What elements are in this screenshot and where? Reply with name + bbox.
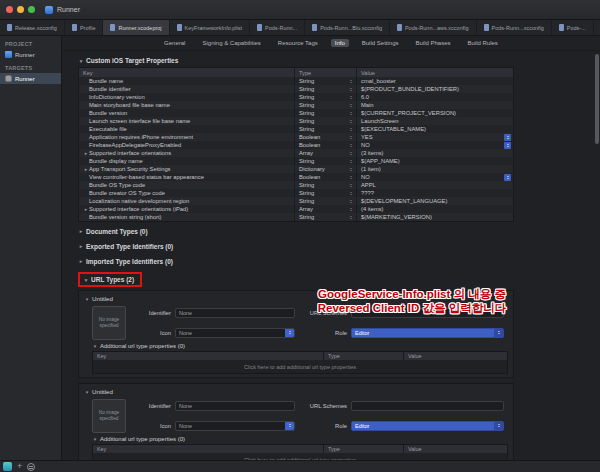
editor-tab-signing-capabilities[interactable]: Signing & Capabilities (198, 39, 264, 47)
plist-value[interactable]: NO (356, 141, 513, 149)
editor-tab-resource-tags[interactable]: Resource Tags (274, 39, 322, 47)
role-popup[interactable]: Editor (351, 421, 504, 431)
disclosure-open-icon[interactable]: ▾ (84, 296, 90, 302)
plist-type[interactable]: String (294, 93, 356, 101)
type-stepper-icon[interactable] (347, 119, 354, 124)
plist-row[interactable]: Application requires iPhone environmentB… (79, 133, 513, 141)
plist-row[interactable]: ▸App Transport Security SettingsDictiona… (79, 165, 513, 173)
value-popup-icon[interactable] (504, 134, 511, 141)
type-stepper-icon[interactable] (347, 151, 354, 156)
disclosure-closed-icon[interactable]: ▸ (78, 228, 84, 234)
additional-props-header[interactable]: ▾ Additional url type properties (0) (92, 436, 508, 442)
plist-type[interactable]: Boolean (294, 133, 356, 141)
doc-tab[interactable]: Pods-Runn...xcconfig (477, 20, 552, 35)
custom-props-section-header[interactable]: ▾ Custom iOS Target Properties (78, 54, 600, 67)
plist-value[interactable]: $(MARKETING_VERSION) (356, 213, 513, 221)
type-stepper-icon[interactable] (347, 103, 354, 108)
plist-row[interactable]: Executable fileString$(EXECUTABLE_NAME) (79, 125, 513, 133)
add-property-row[interactable]: Click here to add additional url type pr… (93, 453, 507, 460)
plist-row[interactable]: Launch screen interface file base nameSt… (79, 117, 513, 125)
icon-popup[interactable]: None (175, 421, 295, 431)
type-stepper-icon[interactable] (347, 143, 354, 148)
plist-value[interactable]: (3 items) (356, 149, 513, 157)
plist-value[interactable]: Main (356, 101, 513, 109)
plist-row[interactable]: Bundle nameStringcmal_booster (79, 77, 513, 85)
plist-type[interactable]: String (294, 125, 356, 133)
url-types-section-header[interactable]: ▾ URL Types (2) (78, 272, 142, 287)
plist-value[interactable]: (1 item) (356, 165, 513, 173)
minimize-window-button[interactable] (17, 6, 24, 13)
plist-type[interactable]: String (294, 157, 356, 165)
doc-tab[interactable]: KeyFrameworkInfo.plist (170, 20, 250, 35)
plist-value[interactable]: $(CURRENT_PROJECT_VERSION) (356, 109, 513, 117)
type-stepper-icon[interactable] (347, 215, 354, 220)
section-header-document-types-0-[interactable]: ▸Document Types (0) (78, 225, 600, 237)
disclosure-open-icon[interactable]: ▾ (92, 343, 98, 349)
plist-row[interactable]: Bundle display nameString$(APP_NAME) (79, 157, 513, 165)
filter-icon[interactable] (27, 463, 35, 471)
sidebar-item-project-runner[interactable]: Runner (0, 49, 61, 60)
plist-type[interactable]: String (294, 77, 356, 85)
plist-value[interactable]: $(EXECUTABLE_NAME) (356, 125, 513, 133)
plist-row[interactable]: Localization native development regionSt… (79, 197, 513, 205)
add-property-row[interactable]: Click here to add additional url type pr… (93, 360, 507, 373)
plist-value[interactable]: YES (356, 133, 513, 141)
plist-row[interactable]: Main storyboard file base nameStringMain (79, 101, 513, 109)
plist-row[interactable]: Bundle identifierString$(PRODUCT_BUNDLE_… (79, 85, 513, 93)
close-window-button[interactable] (6, 6, 13, 13)
type-stepper-icon[interactable] (347, 135, 354, 140)
plist-row[interactable]: ▸Supported interface orientationsArray(3… (79, 149, 513, 157)
type-stepper-icon[interactable] (347, 111, 354, 116)
plist-value[interactable]: 6.0 (356, 93, 513, 101)
plist-type[interactable]: String (294, 109, 356, 117)
icon-popup[interactable]: None (175, 328, 295, 338)
disclosure-open-icon[interactable]: ▾ (83, 277, 89, 283)
type-stepper-icon[interactable] (347, 167, 354, 172)
plist-value[interactable]: APPL (356, 181, 513, 189)
disclosure-open-icon[interactable]: ▾ (84, 389, 90, 395)
role-popup[interactable]: Editor (351, 328, 504, 338)
plist-row[interactable]: View controller-based status bar appeara… (79, 173, 513, 181)
disclosure-open-icon[interactable]: ▾ (92, 436, 98, 442)
identifier-field[interactable]: None (175, 401, 295, 411)
type-stepper-icon[interactable] (347, 95, 354, 100)
sidebar-item-target-runner[interactable]: Runner (0, 73, 61, 84)
editor-tab-build-settings[interactable]: Build Settings (358, 39, 403, 47)
doc-tab[interactable]: Pods-Runn... (250, 20, 305, 35)
plist-row[interactable]: ▸Supported interface orientations (iPad)… (79, 205, 513, 213)
plist-value[interactable]: $(APP_NAME) (356, 157, 513, 165)
plist-value[interactable]: NO (356, 173, 513, 181)
doc-tab[interactable]: Profile (65, 20, 104, 35)
plist-row[interactable]: Bundle OS Type codeStringAPPL (79, 181, 513, 189)
editor-tab-build-rules[interactable]: Build Rules (464, 39, 502, 47)
section-header-imported-type-identifiers-0-[interactable]: ▸Imported Type Identifiers (0) (78, 255, 600, 267)
plist-type[interactable]: Array (294, 149, 356, 157)
editor-tab-general[interactable]: General (160, 39, 189, 47)
plist-type[interactable]: String (294, 213, 356, 221)
editor-tab-build-phases[interactable]: Build Phases (411, 39, 454, 47)
plist-type[interactable]: String (294, 101, 356, 109)
disclosure-open-icon[interactable]: ▾ (78, 58, 84, 64)
additional-props-header[interactable]: ▾ Additional url type properties (0) (92, 343, 508, 349)
type-stepper-icon[interactable] (347, 207, 354, 212)
image-well[interactable]: No image specified (92, 306, 126, 340)
plist-type[interactable]: Array (294, 205, 356, 213)
disclosure-closed-icon[interactable]: ▸ (78, 243, 84, 249)
identifier-field[interactable]: None (175, 308, 295, 318)
doc-tab[interactable]: Pods-Runn...Blu.xcconfig (305, 20, 390, 35)
image-well[interactable]: No image specified (92, 399, 126, 433)
doc-tab[interactable]: Runner.xcodeproj (103, 20, 169, 35)
plist-row[interactable]: Bundle versionString$(CURRENT_PROJECT_VE… (79, 109, 513, 117)
plist-type[interactable]: String (294, 189, 356, 197)
zoom-window-button[interactable] (28, 6, 35, 13)
url-entry-header[interactable]: ▾ Untitled (84, 387, 508, 396)
plist-row[interactable]: Bundle creator OS Type codeString???? (79, 189, 513, 197)
add-button[interactable]: + (17, 462, 22, 471)
type-stepper-icon[interactable] (347, 159, 354, 164)
section-header-exported-type-identifiers-0-[interactable]: ▸Exported Type Identifiers (0) (78, 240, 600, 252)
plist-type[interactable]: Dictionary (294, 165, 356, 173)
doc-tab[interactable]: Release.xcconfig (0, 20, 65, 35)
plist-value[interactable]: (4 items) (356, 205, 513, 213)
editor-scrollbar[interactable] (595, 54, 599, 456)
type-stepper-icon[interactable] (347, 79, 354, 84)
